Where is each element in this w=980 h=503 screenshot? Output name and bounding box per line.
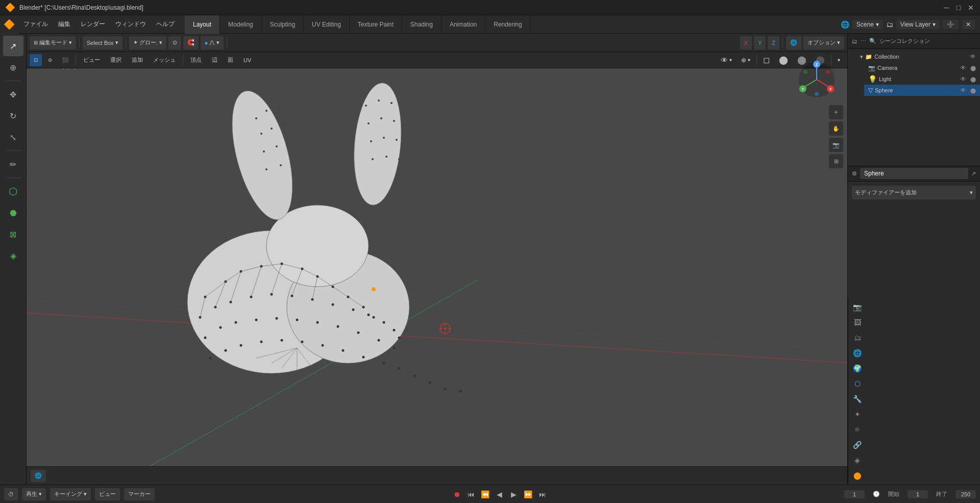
sphere-visibility-btn[interactable]: 👁 [960,87,966,94]
wire-btn[interactable]: ◻ [759,54,774,66]
start-frame-field[interactable]: 1 [908,490,928,498]
view-menu[interactable]: ビュー [79,54,104,66]
maximize-button[interactable]: □ [954,4,963,12]
outliner-collection[interactable]: ▾ 📁 Collection 👁 [856,51,980,62]
rs-constraints-icon[interactable]: 🔗 [850,438,865,452]
step-back-btn[interactable]: ⏪ [479,488,492,500]
step-forward-btn[interactable]: ⏩ [522,488,534,500]
rs-particles-icon[interactable]: ✦ [850,407,865,421]
face-menu[interactable]: 面 [224,54,237,66]
vertex-select-btn[interactable]: ⊡ [30,54,42,66]
tab-modeling[interactable]: Modeling [220,15,262,34]
current-frame-display[interactable]: 1 [844,490,865,498]
pan-btn[interactable]: ✋ [829,121,843,136]
jump-end-btn[interactable]: ⏭ [536,488,549,500]
play-reverse-btn[interactable]: ◀ [494,488,506,500]
gizmo-btn[interactable]: ⊕ ▾ [737,54,754,66]
edge-menu[interactable]: 辺 [208,54,222,66]
rs-world-icon[interactable]: 🌍 [850,361,865,375]
tab-sculpting[interactable]: Sculpting [262,15,304,34]
vertex-menu[interactable]: 頂点 [186,54,206,66]
menu-edit[interactable]: 編集 [53,15,76,34]
add-cube-btn[interactable]: ⬡ [3,181,23,202]
tab-shading[interactable]: Shading [402,15,442,34]
grid-btn[interactable]: ⊞ [829,154,843,168]
proportional-btn[interactable]: ⊙ [168,36,181,49]
rs-physics-icon[interactable]: ⚛ [850,422,865,437]
rotate-tool-btn[interactable]: ↻ [3,106,23,126]
overlay-btn[interactable]: 👁 ▾ [717,54,736,66]
play-forward-btn[interactable]: ▶ [508,488,520,500]
marker-btn[interactable]: マーカー [124,488,155,500]
menu-file[interactable]: ファイル [18,15,53,34]
cursor-tool-btn[interactable]: ⊕ [3,57,23,78]
viewport-shading-btn[interactable]: ✦ グロー. ▾ [129,36,166,49]
camera-btn[interactable]: 📷 [829,138,843,152]
tab-texture-paint[interactable]: Texture Paint [350,15,402,34]
rs-object-icon[interactable]: ⬡ [850,376,865,391]
axis-x-btn[interactable]: X [740,36,752,49]
outliner-light[interactable]: 💡 Light 👁 ⬤ [864,73,980,85]
keying-btn[interactable]: キーイング ▾ [50,488,91,500]
rs-material-icon[interactable]: ⬤ [850,468,865,483]
3d-viewport-canvas[interactable] [27,52,847,466]
rs-scene-icon[interactable]: 🌐 [850,346,865,360]
close-button[interactable]: ✕ [967,4,975,12]
uv-menu[interactable]: UV [239,54,255,66]
viewport-editor-type[interactable]: 🌐 [31,470,46,482]
select-box-btn[interactable]: Select Box ▾ [83,36,122,49]
select-menu[interactable]: 選択 [106,54,126,66]
outliner-camera[interactable]: 📷 Camera 👁 ⬤ [864,62,980,73]
options-btn[interactable]: オプション ▾ [803,36,844,49]
rs-render-icon[interactable]: 📷 [850,300,865,314]
mirror-btn[interactable]: ● 八 ▾ [201,36,224,49]
light-visibility-btn[interactable]: 👁 [960,76,966,83]
timeline-editor-type-btn[interactable]: ⏱ [4,488,18,500]
minimize-button[interactable]: ─ [942,4,950,12]
tl-view-btn[interactable]: ビュー [95,488,120,500]
menu-render[interactable]: レンダー [76,15,110,34]
navigation-gizmo[interactable]: Z X Y [796,59,837,100]
select-tool-btn[interactable]: ↗ [3,36,23,56]
mesh-menu[interactable]: メッシュ [149,54,180,66]
menu-window[interactable]: ウィンドウ [110,15,151,34]
axis-z-btn[interactable]: Z [768,36,779,49]
menu-help[interactable]: ヘルプ [151,15,180,34]
tab-rendering[interactable]: Rendering [485,15,530,34]
rs-data-icon[interactable]: ◈ [850,453,865,467]
tab-layout[interactable]: Layout [185,15,220,34]
snap-btn[interactable]: 🧲 [183,36,199,49]
close-scene-btn[interactable]: ✕ [962,20,975,29]
face-select-btn[interactable]: ⬛ [58,54,72,66]
zoom-in-btn[interactable]: ＋ [829,105,843,119]
blender-icon[interactable]: 🔶 [0,15,18,34]
rs-modifier-icon[interactable]: 🔧 [850,392,865,406]
rs-output-icon[interactable]: 🖼 [850,315,865,330]
add-menu[interactable]: 追加 [128,54,147,66]
outliner-sphere[interactable]: ▽ Sphere 👁 ⬤ [864,85,980,96]
playback-btn[interactable]: 再生 ▾ [22,488,46,500]
collection-visibility-btn[interactable]: 👁 [970,53,976,60]
view-layer-selector[interactable]: View Layer ▾ [896,20,940,29]
scene-selector[interactable]: Scene ▾ [852,20,883,29]
rs-view-layer-icon[interactable]: 🗂 [850,331,865,345]
new-scene-btn[interactable]: ➕ [943,20,959,29]
edge-select-btn[interactable]: ⊘ [44,54,56,66]
properties-options-btn[interactable]: ↗ [971,170,976,177]
annotate-tool-btn[interactable]: ✏ [3,154,23,174]
add-sphere-btn[interactable]: ◈ [3,245,23,266]
axis-y-btn[interactable]: Y [754,36,766,49]
mode-select-btn[interactable]: ⊞ 編集モード ▾ [30,36,76,49]
end-frame-field[interactable]: 250 [955,490,976,498]
global-local-btn[interactable]: 🌐 [786,36,801,49]
tab-animation[interactable]: Animation [442,15,485,34]
add-cone-btn[interactable]: ⬣ [3,203,23,223]
scale-tool-btn[interactable]: ⤡ [3,127,23,147]
solid-btn[interactable]: ⬤ [775,54,792,66]
record-btn[interactable]: ⏺ [451,488,463,500]
move-tool-btn[interactable]: ✥ [3,84,23,105]
camera-visibility-btn[interactable]: 👁 [960,64,966,71]
tab-uv-editing[interactable]: UV Editing [304,15,350,34]
add-cyl-btn[interactable]: ⊠ [3,224,23,244]
jump-start-btn[interactable]: ⏮ [465,488,477,500]
